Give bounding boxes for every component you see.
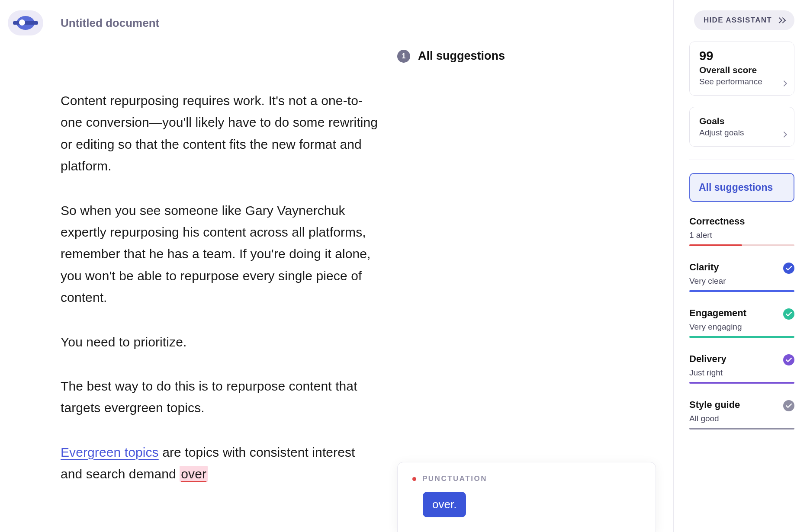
suggestion-card[interactable]: PUNCTUATION over. [397,462,656,532]
error-underline[interactable]: over [180,466,208,482]
logo[interactable] [8,10,43,35]
goals-panel[interactable]: Goals Adjust goals [689,107,794,147]
suggestion-chip[interactable]: over. [423,492,466,517]
paragraph[interactable]: Evergreen topics are topics with consist… [61,442,380,485]
category-title: Delivery [689,353,794,365]
editor[interactable]: Content repurposing requires work. It's … [8,38,397,532]
check-icon [783,354,794,365]
header: Untitled document [8,8,673,38]
category-engagement[interactable]: EngagementVery engaging [689,308,794,340]
score-sub: See performance [699,77,784,87]
grammarly-icon [16,16,35,30]
category-sub: Very clear [689,276,794,286]
paragraph[interactable]: So when you see someone like Gary Vayner… [61,200,380,309]
paragraph[interactable]: The best way to do this is to repurpose … [61,375,380,419]
category-clarity[interactable]: ClarityVery clear [689,262,794,295]
category-sub: All good [689,414,794,423]
paragraph[interactable]: You need to prioritize. [61,331,380,353]
category-bar [689,290,794,292]
category-sub: Very engaging [689,322,794,332]
category-style-guide[interactable]: Style guideAll good [689,399,794,432]
card-category: PUNCTUATION [422,474,487,483]
category-title: Correctness [689,216,794,227]
category-bar [689,382,794,384]
card-header: PUNCTUATION [412,474,641,483]
category-bar [689,336,794,338]
document-title[interactable]: Untitled document [61,16,159,30]
sidebar: HIDE ASSISTANT 99 Overall score See perf… [673,0,810,532]
hide-assistant-button[interactable]: HIDE ASSISTANT [694,10,794,30]
suggestion-count-badge: 1 [397,50,410,63]
divider [689,160,794,160]
double-chevron-icon [777,17,785,23]
filter-all-suggestions[interactable]: All suggestions [689,173,794,202]
category-bar [689,428,794,429]
paragraph[interactable]: Content repurposing requires work. It's … [61,90,380,177]
goals-label: Goals [699,116,784,126]
category-sub: 1 alert [689,231,794,240]
category-correctness[interactable]: Correctness1 alert [689,216,794,249]
score-value: 99 [699,50,784,62]
main-area: Untitled document Content repurposing re… [0,0,673,532]
score-panel[interactable]: 99 Overall score See performance [689,42,794,96]
category-bar [689,244,794,246]
app-root: Untitled document Content repurposing re… [0,0,810,532]
category-list: Correctness1 alertClarityVery clearEngag… [689,216,794,432]
check-icon [783,400,794,411]
category-sub: Just right [689,368,794,378]
red-dot-icon [412,477,416,481]
suggestions-column: 1 All suggestions PUNCTUATION over. [397,38,673,532]
category-delivery[interactable]: DeliveryJust right [689,353,794,386]
evergreen-link[interactable]: Evergreen topics [61,445,159,459]
score-label: Overall score [699,65,784,75]
category-title: Engagement [689,308,794,319]
category-title: Clarity [689,262,794,273]
hide-assistant-label: HIDE ASSISTANT [704,16,772,25]
category-title: Style guide [689,399,794,410]
check-icon [783,263,794,274]
check-icon [783,308,794,320]
content-columns: Content repurposing requires work. It's … [8,38,673,532]
suggestions-title: All suggestions [418,49,505,63]
suggestions-header: 1 All suggestions [397,41,656,63]
goals-sub: Adjust goals [699,128,784,138]
